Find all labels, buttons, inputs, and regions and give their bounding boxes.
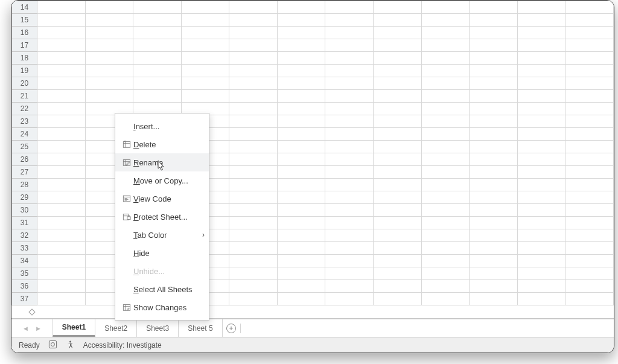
cell[interactable] xyxy=(374,90,422,103)
cell[interactable] xyxy=(565,293,614,305)
cell[interactable] xyxy=(37,1,86,14)
cell[interactable] xyxy=(565,242,614,255)
cell[interactable] xyxy=(470,77,518,90)
cell[interactable] xyxy=(229,90,278,103)
row-header[interactable]: 14 xyxy=(12,1,37,14)
cell[interactable] xyxy=(470,115,518,128)
cell[interactable] xyxy=(517,115,565,128)
cell[interactable] xyxy=(325,141,374,153)
cell[interactable] xyxy=(229,255,278,267)
cell[interactable] xyxy=(277,255,325,267)
cell[interactable] xyxy=(181,39,229,52)
cell[interactable] xyxy=(470,27,518,39)
cell[interactable] xyxy=(470,179,518,191)
cell[interactable] xyxy=(37,267,86,280)
cell[interactable] xyxy=(517,179,565,191)
cell[interactable] xyxy=(277,65,325,77)
cell[interactable] xyxy=(229,77,278,90)
cell[interactable] xyxy=(85,77,133,90)
cell[interactable] xyxy=(374,280,422,293)
cell[interactable] xyxy=(565,267,614,280)
cell[interactable] xyxy=(421,267,470,280)
cell[interactable] xyxy=(421,280,470,293)
cell[interactable] xyxy=(229,103,278,115)
cell[interactable] xyxy=(37,14,86,27)
cell[interactable] xyxy=(470,280,518,293)
cell[interactable] xyxy=(565,1,614,14)
cell[interactable] xyxy=(85,27,133,39)
cell[interactable] xyxy=(325,115,374,128)
cell[interactable] xyxy=(421,217,470,229)
cell[interactable] xyxy=(517,242,565,255)
cell[interactable] xyxy=(133,65,182,77)
cell[interactable] xyxy=(181,52,229,65)
cell[interactable] xyxy=(277,293,325,305)
cell[interactable] xyxy=(517,128,565,141)
cell[interactable] xyxy=(277,280,325,293)
cell[interactable] xyxy=(37,153,86,166)
cell[interactable] xyxy=(470,153,518,166)
cell[interactable] xyxy=(374,115,422,128)
cell[interactable] xyxy=(470,267,518,280)
menu-delete[interactable]: Delete xyxy=(115,135,209,153)
cell[interactable] xyxy=(229,229,278,242)
cell[interactable] xyxy=(565,115,614,128)
cell[interactable] xyxy=(181,27,229,39)
row-header[interactable]: 23 xyxy=(12,115,37,128)
cell[interactable] xyxy=(421,242,470,255)
menu-move-copy[interactable]: Move or Copy... xyxy=(115,171,209,190)
cell[interactable] xyxy=(517,141,565,153)
cell[interactable] xyxy=(374,293,422,305)
cell[interactable] xyxy=(277,39,325,52)
cell[interactable] xyxy=(37,293,86,305)
cell[interactable] xyxy=(325,90,374,103)
cell[interactable] xyxy=(133,1,182,14)
cell[interactable] xyxy=(374,166,422,179)
cell[interactable] xyxy=(85,1,133,14)
cell[interactable] xyxy=(325,293,374,305)
cell[interactable] xyxy=(565,255,614,267)
row-header[interactable]: 20 xyxy=(12,77,37,90)
cell[interactable] xyxy=(277,217,325,229)
cell[interactable] xyxy=(37,77,86,90)
cell[interactable] xyxy=(374,242,422,255)
cell[interactable] xyxy=(37,27,86,39)
cell[interactable] xyxy=(565,141,614,153)
cell[interactable] xyxy=(277,14,325,27)
row-header[interactable]: 21 xyxy=(12,90,37,103)
cell[interactable] xyxy=(421,39,470,52)
cell[interactable] xyxy=(325,166,374,179)
menu-hide[interactable]: Hide xyxy=(115,244,209,262)
cell[interactable] xyxy=(517,229,565,242)
sheet-tab[interactable]: Sheet2 xyxy=(95,319,137,337)
row-header[interactable]: 37 xyxy=(12,293,37,305)
cell[interactable] xyxy=(181,14,229,27)
cell[interactable] xyxy=(517,191,565,204)
cell[interactable] xyxy=(325,14,374,27)
row-header[interactable]: 28 xyxy=(12,179,37,191)
cell[interactable] xyxy=(517,1,565,14)
cell[interactable] xyxy=(565,217,614,229)
cell[interactable] xyxy=(229,267,278,280)
cell[interactable] xyxy=(37,191,86,204)
row-header[interactable]: 27 xyxy=(12,166,37,179)
cell[interactable] xyxy=(229,280,278,293)
cell[interactable] xyxy=(37,103,86,115)
cell[interactable] xyxy=(565,166,614,179)
cell[interactable] xyxy=(470,217,518,229)
cell[interactable] xyxy=(374,204,422,217)
cell[interactable] xyxy=(374,14,422,27)
cell[interactable] xyxy=(37,242,86,255)
cell[interactable] xyxy=(229,179,278,191)
cell[interactable] xyxy=(565,52,614,65)
row-header[interactable]: 33 xyxy=(12,242,37,255)
cell[interactable] xyxy=(229,52,278,65)
cell[interactable] xyxy=(37,115,86,128)
cell[interactable] xyxy=(374,1,422,14)
cell[interactable] xyxy=(325,153,374,166)
cell[interactable] xyxy=(181,77,229,90)
cell[interactable] xyxy=(374,153,422,166)
row-header[interactable]: 25 xyxy=(12,141,37,153)
cell[interactable] xyxy=(277,90,325,103)
cell[interactable] xyxy=(565,153,614,166)
